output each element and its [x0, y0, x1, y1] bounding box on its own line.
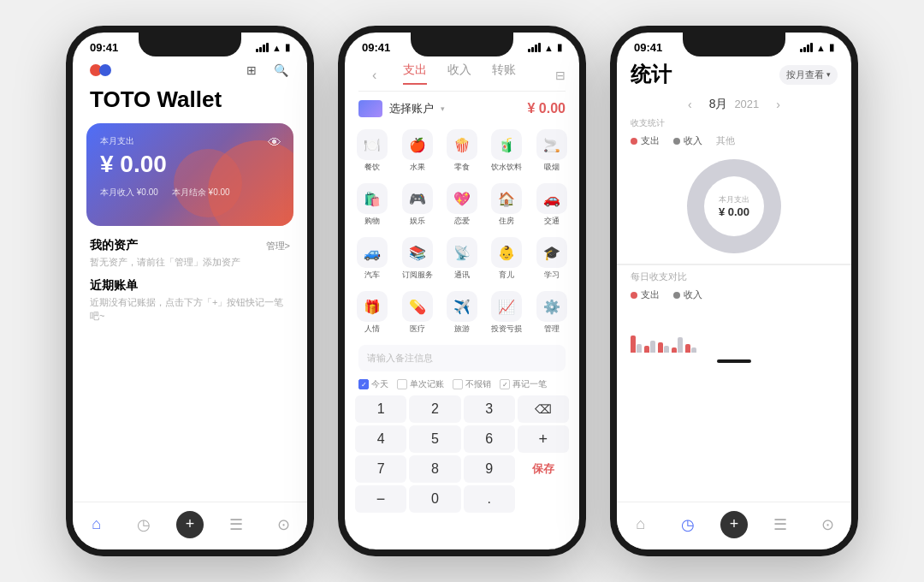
nav-settings[interactable]: ⊙ — [268, 509, 299, 540]
app-logo — [90, 64, 111, 76]
nav-add[interactable]: + — [176, 511, 204, 538]
legend-expense: 支出 — [631, 134, 660, 147]
single-checkbox[interactable] — [397, 379, 407, 389]
donut-chart: 本月支出 ¥ 0.00 — [617, 152, 851, 264]
wifi-icon: ▲ — [272, 43, 281, 53]
opt-again[interactable]: ✓ 再记一笔 — [500, 378, 547, 390]
cat-gift[interactable]: 🎁 人情 — [352, 288, 393, 338]
next-month[interactable]: › — [776, 98, 780, 111]
cat-invest[interactable]: 📈 投资亏损 — [486, 288, 527, 338]
back-button[interactable]: ‹ — [372, 68, 383, 83]
battery-icon-3: ▮ — [829, 42, 834, 53]
opt-today[interactable]: ✓ 今天 — [358, 378, 388, 390]
nav3-home[interactable]: ⌂ — [625, 509, 656, 540]
recent-section: 近期账单 近期没有记账据，点击下方「+」按钮快记一笔吧~ — [73, 278, 307, 324]
menu-icon[interactable]: ⊟ — [548, 68, 566, 82]
cat-home[interactable]: 🏠 住房 — [486, 180, 527, 230]
key-9[interactable]: 9 — [464, 455, 515, 483]
nav3-settings[interactable]: ⊙ — [812, 509, 843, 540]
cat-label-food: 餐饮 — [364, 162, 380, 173]
calendar-icon[interactable]: ⊞ — [242, 61, 261, 80]
cat-icon-gift: 🎁 — [357, 291, 388, 322]
account-icon — [358, 100, 382, 117]
cat-manage[interactable]: ⚙️ 管理 — [531, 288, 572, 338]
dropdown-icon: ▾ — [441, 104, 445, 113]
donut-center-label: 本月支出 — [719, 194, 749, 205]
cat-label-sub: 订阅服务 — [402, 270, 433, 281]
status-bar-1: 09:41 ▲ ▮ — [73, 33, 307, 57]
cat-sub[interactable]: 📚 订阅服务 — [396, 234, 437, 284]
key-del[interactable]: ⌫ — [518, 395, 569, 423]
wifi-icon-2: ▲ — [544, 43, 554, 53]
cat-comm[interactable]: 📡 通讯 — [441, 234, 483, 284]
tab-transfer[interactable]: 转账 — [492, 62, 516, 85]
key-dot[interactable]: . — [464, 485, 515, 513]
nav3-list[interactable]: ☰ — [765, 509, 796, 540]
eye-icon[interactable]: 👁 — [268, 135, 281, 151]
tab-expense[interactable]: 支出 — [403, 62, 427, 85]
cat-drink[interactable]: 🧃 饮水饮料 — [486, 126, 527, 176]
card-footer: 本月收入 ¥0.00 本月结余 ¥0.00 — [100, 187, 280, 199]
cat-travel[interactable]: ✈️ 旅游 — [441, 288, 483, 338]
assets-link[interactable]: 管理> — [266, 240, 290, 252]
key-4[interactable]: 4 — [355, 425, 406, 453]
cat-label-snack: 零食 — [454, 162, 470, 173]
phone-2-screen: 09:41 ▲ ▮ ‹ 支出 收入 转账 — [345, 33, 579, 549]
key-5[interactable]: 5 — [409, 425, 460, 453]
cat-label-invest: 投资亏损 — [491, 324, 522, 335]
bar-group-5 — [685, 344, 696, 353]
bottom-nav-3: ⌂ ◷ + ☰ ⊙ — [617, 502, 851, 549]
cat-label-car: 汽车 — [364, 270, 380, 281]
donut-ring: 本月支出 ¥ 0.00 — [687, 159, 781, 253]
cat-label-manage: 管理 — [544, 324, 560, 335]
filter-button[interactable]: 按月查看 ▾ — [779, 65, 838, 85]
cat-snack[interactable]: 🍿 零食 — [441, 126, 483, 176]
key-8[interactable]: 8 — [409, 455, 460, 483]
prev-month[interactable]: ‹ — [688, 98, 692, 111]
cat-food[interactable]: 🍽️ 餐饮 — [352, 126, 393, 176]
daily-legend-income: 收入 — [673, 288, 702, 301]
again-checkbox[interactable]: ✓ — [500, 379, 510, 389]
key-7[interactable]: 7 — [355, 455, 406, 483]
status-bar-2: 09:41 ▲ ▮ — [345, 33, 579, 57]
key-3[interactable]: 3 — [464, 395, 515, 423]
tab-income[interactable]: 收入 — [447, 62, 471, 85]
cat-transport[interactable]: 🚗 交通 — [531, 180, 572, 230]
nav-chart[interactable]: ◷ — [128, 509, 159, 540]
key-minus[interactable]: − — [355, 485, 406, 513]
today-checkbox[interactable]: ✓ — [358, 379, 369, 389]
noreport-checkbox[interactable] — [453, 379, 463, 389]
signal-icon-2 — [528, 43, 541, 52]
nav3-add[interactable]: + — [720, 511, 748, 538]
account-label: 选择账户 — [389, 101, 434, 116]
nav-home[interactable]: ⌂ — [81, 509, 112, 540]
battery-icon-2: ▮ — [557, 42, 562, 53]
key-1[interactable]: 1 — [355, 395, 406, 423]
search-icon[interactable]: 🔍 — [271, 61, 290, 80]
nav3-chart[interactable]: ◷ — [672, 509, 703, 540]
legend-income-label: 收入 — [684, 134, 702, 147]
note-input[interactable]: 请输入备注信息 — [358, 345, 566, 371]
cat-love[interactable]: 💖 恋爱 — [441, 180, 483, 230]
cat-edu[interactable]: 🎓 学习 — [531, 234, 572, 284]
opt-single[interactable]: 单次记账 — [397, 378, 444, 390]
cat-med[interactable]: 💊 医疗 — [396, 288, 437, 338]
donut-center: 本月支出 ¥ 0.00 — [719, 194, 749, 218]
key-0[interactable]: 0 — [409, 485, 460, 513]
phone-3-screen: 09:41 ▲ ▮ 统计 按月查看 ▾ ‹ — [617, 33, 851, 549]
save-button[interactable]: 保存 — [518, 455, 569, 483]
cat-shop[interactable]: 🛍️ 购物 — [352, 180, 393, 230]
account-selector[interactable]: 选择账户 ▾ — [358, 100, 445, 117]
cat-label-drink: 饮水饮料 — [491, 162, 522, 173]
cat-fruit[interactable]: 🍎 水果 — [396, 126, 437, 176]
key-6[interactable]: 6 — [464, 425, 515, 453]
cat-car[interactable]: 🚙 汽车 — [352, 234, 393, 284]
cat-smoke[interactable]: 🚬 吸烟 — [531, 126, 572, 176]
opt-noreport[interactable]: 不报销 — [453, 378, 491, 390]
cat-icon-med: 💊 — [402, 291, 433, 322]
cat-ent[interactable]: 🎮 娱乐 — [396, 180, 437, 230]
nav-list[interactable]: ☰ — [221, 509, 252, 540]
key-2[interactable]: 2 — [409, 395, 460, 423]
key-plus[interactable]: + — [518, 425, 569, 453]
cat-child[interactable]: 👶 育儿 — [486, 234, 527, 284]
